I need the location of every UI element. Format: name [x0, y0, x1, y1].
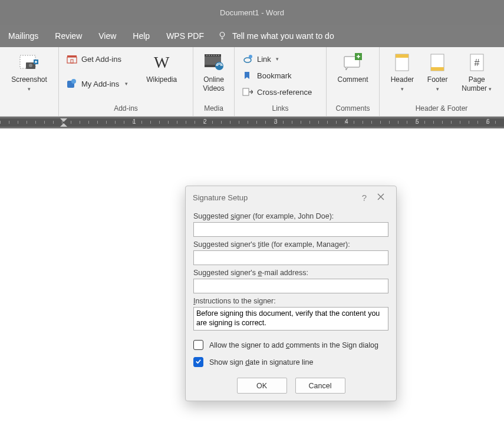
- my-addins-button[interactable]: My Add-ins ▾: [64, 77, 135, 91]
- lightbulb-icon: [217, 30, 228, 42]
- btn-label: Screenshot: [11, 75, 47, 84]
- dialog-title: Signature Setup: [193, 193, 356, 202]
- wikipedia-button[interactable]: W Wikipedia: [135, 49, 188, 84]
- svg-rect-17: [216, 55, 217, 56]
- link-button[interactable]: Link ▾: [239, 52, 314, 66]
- allow-comments-checkbox[interactable]: [193, 340, 203, 350]
- allow-comments-label: Allow the signer to add comments in the …: [209, 341, 378, 349]
- store-icon: [66, 53, 78, 65]
- tell-me-label: Tell me what you want to do: [232, 31, 334, 41]
- chevron-down-icon: ▾: [276, 56, 279, 62]
- tab-label: Help: [133, 31, 150, 41]
- ruler[interactable]: 123456: [0, 117, 504, 128]
- window-title: Document1 - Word: [220, 8, 284, 17]
- svg-rect-13: [206, 55, 207, 56]
- bookmark-button[interactable]: Bookmark: [239, 68, 314, 82]
- btn-label: Comment: [337, 75, 368, 84]
- btn-label: Wikipedia: [146, 75, 177, 84]
- tab-wps-pdf[interactable]: WPS PDF: [158, 25, 212, 47]
- svg-rect-28: [431, 67, 444, 71]
- label-signer: Suggested signer (for example, John Doe)…: [193, 212, 388, 220]
- btn-label2: Number: [462, 84, 487, 92]
- svg-rect-26: [396, 54, 409, 58]
- page-number-icon: #: [465, 51, 489, 74]
- svg-point-20: [244, 58, 251, 62]
- indent-marker-top-icon[interactable]: [60, 118, 67, 122]
- tab-label: View: [98, 31, 116, 41]
- menu-tabs: Mailings Review View Help WPS PDF Tell m…: [0, 25, 504, 47]
- tab-label: WPS PDF: [166, 31, 204, 41]
- bookmark-icon: [242, 70, 253, 81]
- svg-rect-5: [67, 57, 77, 63]
- tab-mailings[interactable]: Mailings: [0, 25, 47, 47]
- btn-label: My Add-ins: [81, 80, 119, 88]
- tab-view[interactable]: View: [90, 25, 124, 47]
- help-button[interactable]: ?: [356, 193, 373, 203]
- tell-me-search[interactable]: Tell me what you want to do: [217, 30, 334, 42]
- cancel-button[interactable]: Cancel: [295, 378, 345, 394]
- page-number-button[interactable]: # PageNumber ▾: [455, 49, 499, 94]
- group-comments-label: Comments: [327, 103, 379, 116]
- svg-rect-6: [67, 55, 77, 57]
- footer-button[interactable]: Footer▾: [420, 49, 455, 94]
- show-sign-date-checkbox[interactable]: [193, 357, 203, 367]
- group-media-label: Media: [193, 103, 234, 116]
- dialog-titlebar[interactable]: Signature Setup ?: [186, 186, 396, 209]
- instructions-input[interactable]: [193, 307, 388, 331]
- close-icon: [377, 193, 384, 202]
- group-links-label: Links: [235, 103, 326, 116]
- screenshot-button[interactable]: Screenshot▾: [5, 49, 54, 94]
- svg-rect-14: [209, 55, 210, 56]
- cross-reference-button[interactable]: Cross-reference: [239, 85, 314, 99]
- svg-point-21: [249, 55, 252, 58]
- svg-point-3: [29, 64, 32, 67]
- comment-button[interactable]: Comment: [331, 49, 374, 84]
- online-videos-button[interactable]: OnlineVideos: [198, 49, 229, 93]
- label-instructions: Instructions to the signer:: [193, 297, 388, 305]
- addins-icon: [66, 78, 78, 90]
- chevron-down-icon: ▾: [125, 81, 128, 87]
- title-input[interactable]: [193, 250, 388, 265]
- close-button[interactable]: [373, 193, 389, 202]
- ok-button[interactable]: OK: [237, 378, 287, 394]
- svg-text:#: #: [474, 58, 479, 68]
- svg-point-0: [220, 32, 225, 37]
- group-addins-label: Add-ins: [59, 103, 193, 116]
- tab-label: Mailings: [8, 31, 38, 41]
- title-bar: Document1 - Word: [0, 0, 504, 25]
- email-input[interactable]: [193, 279, 388, 293]
- get-addins-button[interactable]: Get Add-ins: [64, 52, 135, 66]
- screenshot-icon: [18, 51, 41, 74]
- show-sign-date-label: Show sign date in signature line: [209, 358, 314, 366]
- label-email: Suggested signer's e-mail address:: [193, 269, 388, 277]
- indent-marker-bottom-icon[interactable]: [60, 123, 67, 127]
- link-icon: [242, 53, 253, 65]
- header-icon: [390, 51, 414, 74]
- header-button[interactable]: Header▾: [384, 49, 420, 94]
- group-hf-label: Header & Footer: [380, 103, 503, 116]
- btn-label: Link: [257, 55, 271, 64]
- svg-rect-15: [211, 55, 212, 56]
- crossref-icon: [242, 86, 253, 98]
- svg-rect-16: [213, 55, 215, 56]
- footer-icon: [426, 51, 449, 74]
- btn-label: Cross-reference: [257, 88, 312, 97]
- btn-label: Header: [391, 75, 414, 84]
- comment-icon: [341, 51, 365, 74]
- label-title: Suggested signer's title (for example, M…: [193, 240, 388, 249]
- btn-label: Bookmark: [257, 71, 292, 80]
- btn-label: Get Add-ins: [81, 55, 121, 64]
- tab-review[interactable]: Review: [47, 25, 90, 47]
- svg-point-9: [71, 79, 76, 84]
- tab-help[interactable]: Help: [124, 25, 158, 47]
- wikipedia-icon: W: [150, 51, 173, 74]
- svg-rect-22: [243, 88, 249, 95]
- tab-label: Review: [55, 31, 82, 41]
- svg-rect-18: [218, 55, 219, 56]
- video-icon: [202, 51, 226, 74]
- signer-input[interactable]: [193, 222, 388, 237]
- ribbon: Screenshot▾ Get Add-ins My Add-ins: [0, 47, 504, 117]
- svg-rect-7: [71, 60, 73, 63]
- signature-setup-dialog: Signature Setup ? Suggested signer (for …: [185, 186, 397, 401]
- btn-label: Footer: [427, 75, 448, 84]
